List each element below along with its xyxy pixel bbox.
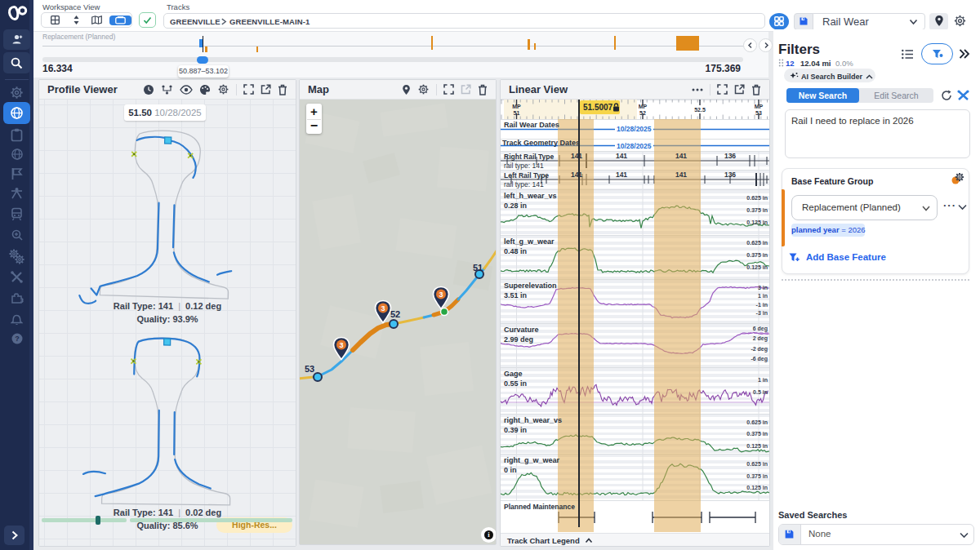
svg-text:3: 3 xyxy=(339,341,343,349)
svg-text:3: 3 xyxy=(439,291,443,299)
svg-text:?: ? xyxy=(15,335,20,343)
svg-text:3: 3 xyxy=(381,304,385,313)
